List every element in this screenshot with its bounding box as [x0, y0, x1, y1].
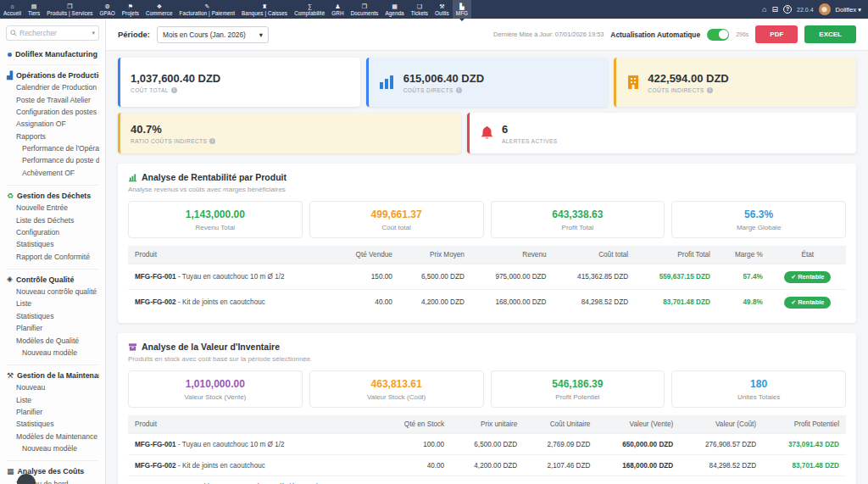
- section-header[interactable]: ♻ Gestion des Déchets: [6, 191, 99, 202]
- help-icon[interactable]: ?: [783, 5, 792, 14]
- nav-item-icon: ❒: [67, 3, 72, 10]
- sidebar-item[interactable]: Calendrier de Production: [6, 81, 99, 93]
- sidebar-item[interactable]: Nouveau contrôle qualité: [6, 286, 99, 298]
- section-header[interactable]: ⚒ Gestion de la Maintenance ...: [6, 370, 99, 381]
- search-caret-icon[interactable]: ▾: [92, 30, 95, 36]
- info-icon[interactable]: i: [209, 138, 215, 144]
- sidebar-item[interactable]: Performance du poste de travail: [6, 154, 99, 166]
- inventory-panel: Analyse de la Valeur d'Inventaire Produi…: [118, 333, 856, 484]
- nav-item[interactable]: ❖ Commerce: [142, 0, 176, 19]
- wrench-icon: ⚒: [7, 372, 14, 380]
- dashboard-content: 1,037,600.40 DZD COÛT TOTALi 615,006.40 …: [106, 51, 868, 484]
- nav-item-label: Documents: [351, 10, 379, 17]
- sidebar-item[interactable]: Rapport de Conformité: [6, 251, 99, 263]
- product-code[interactable]: MFG-FG-002: [135, 298, 176, 306]
- sidebar-item[interactable]: Configuration des postes de travail: [6, 106, 99, 118]
- toolbar-right: Dernière Mise à Jour: 07/01/2026 19:53 A…: [493, 25, 856, 43]
- sidebar-item[interactable]: Nouveau modèle: [6, 347, 99, 359]
- nav-item-label: GPAO: [100, 10, 115, 17]
- sidebar-item[interactable]: Poste de Travail Atelier: [6, 93, 99, 105]
- building-icon: [626, 75, 640, 90]
- sidebar-item[interactable]: Modèles de Maintenance: [6, 431, 99, 442]
- excel-button[interactable]: EXCEL: [804, 25, 856, 43]
- profitable-badge: Rentable: [784, 297, 831, 309]
- info-icon[interactable]: i: [707, 87, 713, 93]
- nav-item[interactable]: ❒ Produits | Services: [43, 0, 96, 19]
- nav-item[interactable]: ▤ Tiers: [25, 0, 43, 19]
- search-icon: [10, 30, 17, 36]
- stat-box: 180 Unités Totales: [671, 370, 846, 408]
- nav-item-icon: ▦: [392, 3, 398, 10]
- period-select[interactable]: Mois en Cours (Jan. 2026) ▾: [157, 26, 269, 43]
- nav-item-icon: ❐: [362, 3, 367, 10]
- sidebar-item[interactable]: Planifier: [6, 406, 99, 418]
- nav-item-icon: ∑: [308, 3, 312, 10]
- inventory-title: Analyse de la Valeur d'Inventaire: [128, 342, 846, 352]
- main-area: Période: Mois en Cours (Jan. 2026) ▾ Der…: [106, 19, 868, 484]
- nav-item[interactable]: ❏ Tickets: [408, 0, 431, 19]
- info-icon[interactable]: i: [456, 87, 462, 93]
- sidebar-item[interactable]: Nouveau: [6, 381, 99, 393]
- user-avatar[interactable]: ☻: [819, 3, 831, 15]
- product-code[interactable]: MFG-FG-002: [135, 462, 176, 470]
- user-menu[interactable]: Doliflex ▾: [836, 6, 861, 14]
- home-icon[interactable]: ⌂: [762, 6, 766, 14]
- inventory-table: ProduitQté en Stock Prix unitaireCoût Un…: [128, 415, 846, 484]
- chevron-down-icon: ▾: [259, 31, 263, 39]
- sidebar-item[interactable]: Achèvement OF: [6, 167, 99, 179]
- nav-item[interactable]: ▦ Agenda: [381, 0, 407, 19]
- sidebar-item[interactable]: Statistiques: [6, 238, 99, 250]
- stat-box: 1,010,000.00 Valeur Stock (Vente): [128, 370, 303, 408]
- sidebar-item[interactable]: Liste: [6, 394, 99, 406]
- nav-item[interactable]: ⌂ Accueil: [0, 0, 25, 19]
- search-input[interactable]: [19, 29, 82, 37]
- version-label: 22.0.4: [797, 7, 813, 13]
- print-icon[interactable]: ⊟: [772, 6, 779, 14]
- nav-item-icon: ▙: [459, 3, 464, 10]
- nav-item[interactable]: ♜ Banques | Caisses: [238, 0, 291, 19]
- sidebar-item[interactable]: Modèles de Qualité: [6, 334, 99, 346]
- info-icon[interactable]: i: [171, 87, 177, 93]
- profitability-subtitle: Analyse revenus vs coûts avec marges bén…: [128, 186, 846, 193]
- nav-item[interactable]: ✎ Facturation | Paiement: [176, 0, 238, 19]
- sidebar-item[interactable]: Rapports: [6, 131, 99, 142]
- product-code[interactable]: MFG-FG-001: [135, 273, 176, 281]
- nav-item-label: Facturation | Paiement: [180, 10, 235, 17]
- kpi-indirect-ratio: 40.7% RATIO COÛTS INDIRECTSi: [118, 113, 461, 153]
- nav-item[interactable]: ♟ GRH: [328, 0, 347, 19]
- nav-item-label: Tickets: [411, 10, 428, 17]
- sidebar-item[interactable]: Statistiques: [6, 310, 99, 322]
- sidebar-brand[interactable]: Doliflex Manufacturing: [8, 50, 99, 58]
- sidebar-item[interactable]: Nouvelle Entrée: [6, 202, 99, 214]
- section-maintenance: ⚒ Gestion de la Maintenance ... Nouveau …: [6, 364, 99, 454]
- bell-icon: [480, 125, 494, 141]
- nav-item[interactable]: ⚒ Outils: [431, 0, 453, 19]
- auto-refresh-toggle[interactable]: [707, 29, 729, 41]
- top-navbar: ⌂ Accueil ▤ Tiers ❒ Produits | Services …: [0, 0, 868, 19]
- nav-item[interactable]: ⚙ GPAO: [97, 0, 119, 19]
- pdf-button[interactable]: PDF: [755, 25, 798, 43]
- section-header[interactable]: ◈ Contrôle Qualité: [6, 275, 99, 286]
- sidebar-item[interactable]: Planifier: [6, 322, 99, 334]
- section-header[interactable]: ▟ Opérations de Production: [6, 70, 99, 81]
- bar-chart-icon: [379, 75, 396, 90]
- nav-item[interactable]: ❐ Documents: [348, 0, 382, 19]
- product-code[interactable]: MFG-FG-001: [135, 441, 176, 448]
- sidebar-item[interactable]: Liste des Déchets: [6, 214, 99, 225]
- sidebar-item[interactable]: Assignation OF: [6, 118, 99, 130]
- sidebar-item[interactable]: Liste: [6, 298, 99, 309]
- nav-item-label: Tiers: [28, 10, 40, 17]
- toolbar: Période: Mois en Cours (Jan. 2026) ▾ Der…: [106, 19, 868, 51]
- sidebar-item[interactable]: Statistiques: [6, 418, 99, 430]
- sidebar-item[interactable]: Performance de l'Opérateur: [6, 142, 99, 154]
- nav-item[interactable]: ▙ MFG: [453, 0, 471, 19]
- nav-item[interactable]: ⚑ Projets: [119, 0, 142, 19]
- inventory-subtitle: Produits en stock avec coût basé sur la …: [128, 355, 846, 363]
- sidebar-item[interactable]: Nouveau modèle: [6, 442, 99, 454]
- nav-item[interactable]: ∑ Comptabilité: [291, 0, 328, 19]
- refresh-countdown: 296s: [736, 31, 748, 37]
- stat-box: 546,186.39 Profit Potentiel: [491, 370, 665, 408]
- profitability-table: ProduitQté Vendue Prix MoyenRevenu Coût …: [128, 246, 846, 314]
- stat-box: 1,143,000.00 Revenu Total: [128, 201, 303, 238]
- sidebar-item[interactable]: Configuration: [6, 226, 99, 238]
